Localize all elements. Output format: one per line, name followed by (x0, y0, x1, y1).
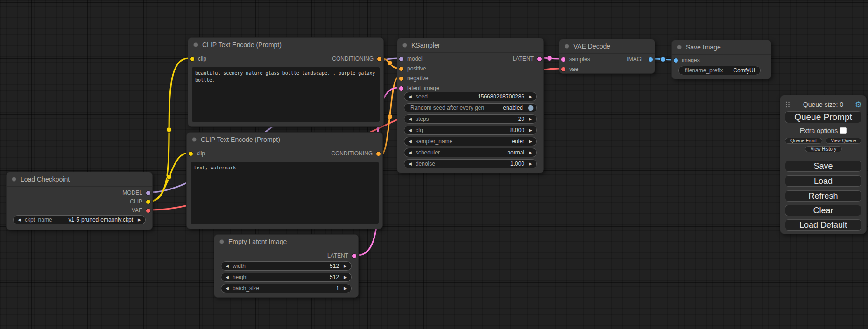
prompt-textarea[interactable]: text, watermark (191, 162, 379, 224)
input-samples: samples (561, 55, 590, 64)
node-title-bar[interactable]: Empty Latent Image (214, 235, 358, 249)
seed-widget[interactable]: ◀ seed 156680208700286 ▶ (404, 92, 537, 101)
collapse-dot-icon[interactable] (193, 42, 198, 47)
vae-input-dot[interactable] (561, 67, 566, 72)
collapse-dot-icon[interactable] (402, 43, 407, 48)
clip-input-dot[interactable] (188, 151, 193, 156)
decrement-arrow-icon[interactable]: ◀ (18, 218, 21, 222)
positive-input-dot[interactable] (399, 66, 404, 71)
refresh-button[interactable]: Refresh (785, 190, 861, 202)
node-title: VAE Decode (573, 42, 610, 50)
increment-arrow-icon[interactable]: ▶ (138, 218, 141, 222)
images-input-dot[interactable] (673, 58, 678, 63)
image-output-dot[interactable] (648, 57, 653, 62)
node-title: CLIP Text Encode (Prompt) (202, 41, 282, 49)
link-midpoint-dot[interactable] (388, 61, 393, 66)
clear-button[interactable]: Clear (785, 205, 861, 216)
node-clip-text-encode-negative[interactable]: CLIP Text Encode (Prompt) clip CONDITION… (186, 132, 383, 229)
steps-widget[interactable]: ◀ steps 20 ▶ (404, 114, 537, 124)
increment-arrow-icon[interactable]: ▶ (529, 95, 532, 99)
load-default-button[interactable]: Load Default (785, 219, 861, 231)
latent-output-dot[interactable] (352, 253, 357, 259)
clip-output-dot[interactable] (146, 199, 151, 204)
vae-output-dot[interactable] (146, 208, 151, 213)
latent-output-dot[interactable] (537, 56, 542, 62)
samples-input-dot[interactable] (561, 57, 566, 62)
increment-arrow-icon[interactable]: ▶ (344, 275, 347, 280)
queue-prompt-button[interactable]: Queue Prompt (785, 111, 861, 123)
node-title-bar[interactable]: Save Image (672, 40, 771, 55)
increment-arrow-icon[interactable]: ▶ (529, 151, 532, 155)
decrement-arrow-icon[interactable]: ◀ (409, 151, 412, 155)
node-ksampler[interactable]: KSampler model positive negative latent_… (397, 38, 544, 173)
collapse-dot-icon[interactable] (677, 45, 682, 49)
settings-gear-icon[interactable]: ⚙ (855, 99, 862, 110)
prompt-textarea[interactable]: beautiful scenery nature glass bottle la… (192, 67, 380, 122)
node-title-bar[interactable]: CLIP Text Encode (Prompt) (187, 133, 382, 147)
increment-arrow-icon[interactable]: ▶ (529, 162, 532, 166)
denoise-widget[interactable]: ◀ denoise 1.000 ▶ (404, 159, 537, 168)
filename-prefix-widget[interactable]: filename_prefix ComfyUI (678, 66, 761, 75)
queue-size-label: Queue size: 0 (780, 98, 866, 111)
link-midpoint-dot[interactable] (167, 127, 172, 133)
view-history-button[interactable]: View History (805, 146, 842, 152)
collapse-dot-icon[interactable] (565, 44, 569, 49)
sampler-name-widget[interactable]: ◀ sampler_name euler ▶ (404, 137, 537, 146)
link-midpoint-dot[interactable] (547, 56, 552, 61)
widget-value: ComfyUI (733, 67, 755, 74)
height-widget[interactable]: ◀ height 512 ▶ (221, 273, 352, 282)
collapse-dot-icon[interactable] (192, 137, 197, 142)
decrement-arrow-icon[interactable]: ◀ (409, 128, 412, 133)
widget-label: ckpt_name (25, 217, 52, 223)
widget-label: scheduler (416, 149, 440, 156)
increment-arrow-icon[interactable]: ▶ (344, 264, 347, 268)
comfy-menu-panel[interactable]: Queue size: 0 ⚙ Queue Prompt Extra optio… (780, 95, 867, 234)
increment-arrow-icon[interactable]: ▶ (529, 140, 532, 144)
link-midpoint-dot[interactable] (388, 114, 393, 119)
model-input-dot[interactable] (399, 56, 404, 62)
input-clip: clip (190, 54, 206, 63)
negative-input-dot[interactable] (399, 76, 404, 81)
node-vae-decode[interactable]: VAE Decode samples vae IMAGE (559, 39, 655, 74)
collapse-dot-icon[interactable] (12, 177, 16, 182)
save-button[interactable]: Save (785, 161, 861, 172)
decrement-arrow-icon[interactable]: ◀ (409, 162, 412, 166)
cfg-widget[interactable]: ◀ cfg 8.000 ▶ (404, 126, 537, 135)
model-output-dot[interactable] (146, 190, 151, 196)
ckpt-name-widget[interactable]: ◀ ckpt_name v1-5-pruned-emaonly.ckpt ▶ (13, 215, 146, 224)
decrement-arrow-icon[interactable]: ◀ (409, 95, 412, 99)
node-save-image[interactable]: Save Image images filename_prefix ComfyU… (671, 40, 771, 79)
increment-arrow-icon[interactable]: ▶ (529, 128, 532, 133)
node-title-bar[interactable]: Load Checkpoint (7, 172, 152, 187)
increment-arrow-icon[interactable]: ▶ (529, 117, 532, 121)
decrement-arrow-icon[interactable]: ◀ (226, 275, 229, 280)
batch-size-widget[interactable]: ◀ batch_size 1 ▶ (221, 284, 352, 293)
node-empty-latent-image[interactable]: Empty Latent Image LATENT ◀ width 512 ▶ … (214, 234, 359, 298)
decrement-arrow-icon[interactable]: ◀ (409, 117, 412, 121)
node-load-checkpoint[interactable]: Load Checkpoint MODEL CLIP VAE ◀ ckpt_na… (6, 172, 153, 230)
view-queue-button[interactable]: View Queue (826, 138, 861, 144)
decrement-arrow-icon[interactable]: ◀ (409, 140, 412, 144)
input-images: images (673, 56, 700, 65)
scheduler-widget[interactable]: ◀ scheduler normal ▶ (404, 148, 537, 157)
decrement-arrow-icon[interactable]: ◀ (226, 287, 229, 291)
conditioning-output-dot[interactable] (377, 56, 382, 62)
load-button[interactable]: Load (785, 175, 861, 187)
latent-image-input-dot[interactable] (399, 86, 404, 91)
link-midpoint-dot[interactable] (661, 57, 666, 62)
node-clip-text-encode-positive[interactable]: CLIP Text Encode (Prompt) clip CONDITION… (188, 37, 384, 127)
link-midpoint-dot[interactable] (167, 175, 172, 180)
node-title-bar[interactable]: VAE Decode (559, 39, 655, 54)
extra-options-checkbox[interactable] (840, 127, 847, 134)
increment-arrow-icon[interactable]: ▶ (344, 287, 347, 291)
conditioning-output-dot[interactable] (376, 151, 381, 156)
random-seed-widget[interactable]: Random seed after every gen enabled (404, 103, 537, 112)
node-title-bar[interactable]: CLIP Text Encode (Prompt) (188, 38, 383, 52)
collapse-dot-icon[interactable] (219, 239, 224, 244)
random-seed-toggle-icon[interactable] (528, 105, 534, 111)
queue-front-button[interactable]: Queue Front (785, 138, 822, 144)
clip-input-dot[interactable] (190, 56, 195, 62)
decrement-arrow-icon[interactable]: ◀ (226, 264, 229, 268)
node-title-bar[interactable]: KSampler (397, 38, 543, 53)
width-widget[interactable]: ◀ width 512 ▶ (221, 261, 352, 271)
